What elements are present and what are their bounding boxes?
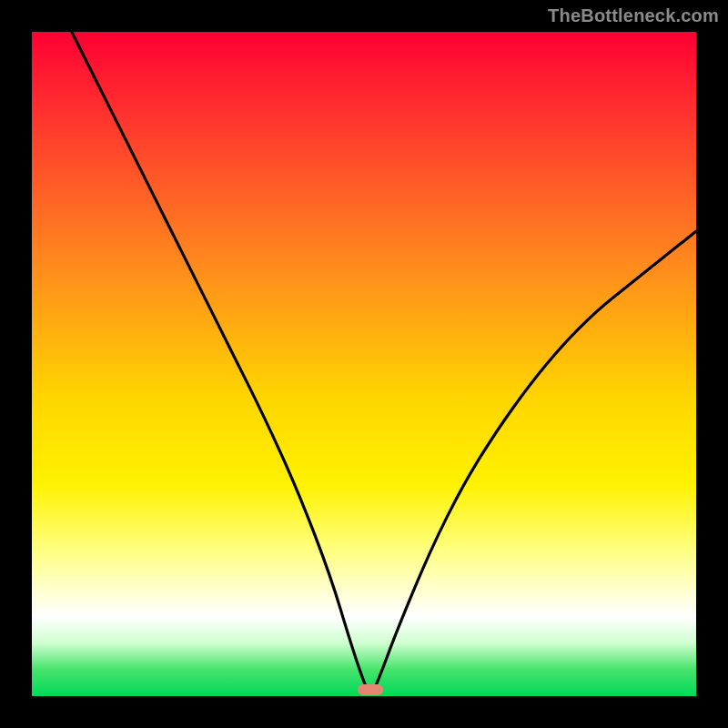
watermark-text: TheBottleneck.com [548, 5, 719, 26]
plot-area [32, 32, 696, 696]
curve-svg [32, 32, 696, 696]
bottleneck-curve [72, 32, 696, 693]
optimum-marker [358, 684, 383, 695]
chart-container: TheBottleneck.com [0, 0, 728, 728]
